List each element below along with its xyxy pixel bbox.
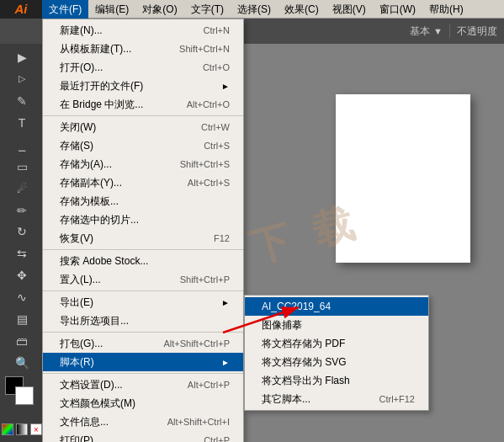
shape-tool[interactable]: ▭ <box>11 157 33 177</box>
menu-export-options[interactable]: 导出所选项目... <box>43 312 243 330</box>
divider-5 <box>43 373 243 374</box>
artboard <box>336 94 470 263</box>
menu-effect[interactable]: 效果(C) <box>278 0 326 19</box>
menu-new[interactable]: 新建(N)... Ctrl+N <box>43 21 243 40</box>
toolbar-separator <box>449 24 450 38</box>
none-mode-icon[interactable]: × <box>30 423 42 435</box>
menubar: Ai 文件(F) 编辑(E) 对象(O) 文字(T) 选择(S) 效果(C) 视… <box>0 0 504 19</box>
color-mode-icon[interactable] <box>2 423 13 435</box>
divider-2 <box>43 249 243 250</box>
scripts-submenu: AI_CC2019_64 图像捕摹 将文档存储为 PDF 将文档存储为 SVG … <box>244 295 429 411</box>
menu-saveas[interactable]: 存储为(A)... Shift+Ctrl+S <box>43 155 243 173</box>
submenu-image-capture[interactable]: 图像捕摹 <box>245 316 428 334</box>
submenu-save-pdf[interactable]: 将文档存储为 PDF <box>245 334 428 353</box>
menu-open[interactable]: 打开(O)... Ctrl+O <box>43 58 243 77</box>
menu-text[interactable]: 文字(T) <box>184 0 231 19</box>
select-tool[interactable]: ▶ <box>11 47 33 67</box>
menu-select[interactable]: 选择(S) <box>231 0 278 19</box>
workspace-label: 基本 <box>410 24 430 39</box>
paintbrush-tool[interactable]: ☄ <box>11 178 33 199</box>
menu-package[interactable]: 打包(G)... Alt+Shift+Ctrl+P <box>43 334 243 353</box>
gradient-mode-icon[interactable] <box>16 423 28 435</box>
app-brand: Ai <box>0 0 42 19</box>
menu-close[interactable]: 关闭(W) Ctrl+W <box>43 118 243 136</box>
divider-1 <box>43 115 243 116</box>
line-tool[interactable]: ⎯ <box>11 135 33 155</box>
menu-bridge[interactable]: 在 Bridge 中浏览... Alt+Ctrl+O <box>43 95 243 114</box>
rotate-tool[interactable]: ↻ <box>11 222 33 242</box>
submenu-other[interactable]: 其它脚本... Ctrl+F12 <box>245 390 428 408</box>
menu-object[interactable]: 对象(O) <box>135 0 183 19</box>
submenu-ai-cc[interactable]: AI_CC2019_64 <box>245 297 428 316</box>
pen-tool[interactable]: ✎ <box>11 91 33 111</box>
menu-savecopy[interactable]: 存储副本(Y)... Alt+Ctrl+S <box>43 173 243 192</box>
menu-recent[interactable]: 最近打开的文件(F) ► <box>43 77 243 95</box>
menu-place[interactable]: 置入(L)... Shift+Ctrl+P <box>43 270 243 289</box>
gradient-tool[interactable]: ▤ <box>11 309 33 329</box>
menu-save[interactable]: 存储(S) Ctrl+S <box>43 136 243 155</box>
warp-tool[interactable]: ∿ <box>11 287 33 307</box>
menu-color-mode[interactable]: 文档颜色模式(M) <box>43 394 243 413</box>
scale-tool[interactable]: ✥ <box>11 265 33 285</box>
menu-saveselected[interactable]: 存储选中的切片... <box>43 210 243 229</box>
menu-stock[interactable]: 搜索 Adobe Stock... <box>43 252 243 270</box>
menu-scripts[interactable]: 脚本(R) ► <box>43 353 243 371</box>
menu-help[interactable]: 帮助(H) <box>422 0 470 19</box>
menu-file-info[interactable]: 文件信息... Alt+Shift+Ctrl+I <box>43 413 243 431</box>
menu-savetemplate[interactable]: 存储为模板... <box>43 192 243 210</box>
file-dropdown-menu: 新建(N)... Ctrl+N 从模板新建(T)... Shift+Ctrl+N… <box>42 19 244 442</box>
menu-window[interactable]: 窗口(W) <box>373 0 422 19</box>
submenu-export-flash[interactable]: 将文档导出为 Flash <box>245 371 428 390</box>
eyedropper-tool[interactable]: 🗃 <box>11 331 33 351</box>
menu-print[interactable]: 打印(P)... Ctrl+P <box>43 431 243 442</box>
type-tool[interactable]: T <box>11 113 33 133</box>
divider-4 <box>43 332 243 333</box>
menu-export[interactable]: 导出(E) ► <box>43 293 243 312</box>
workspace-dropdown[interactable]: ▼ <box>433 26 443 36</box>
submenu-save-svg[interactable]: 将文档存储为 SVG <box>245 353 428 371</box>
mirror-tool[interactable]: ⇆ <box>11 243 33 264</box>
opacity-label: 不透明度 <box>457 24 497 39</box>
menu-doc-setup[interactable]: 文档设置(D)... Alt+Ctrl+P <box>43 375 243 394</box>
menu-edit[interactable]: 编辑(E) <box>88 0 135 19</box>
divider-3 <box>43 290 243 291</box>
menu-file[interactable]: 文件(F) <box>42 0 88 19</box>
toolbox: ▶ ▷ ✎ T ⎯ ▭ ☄ ✏ ↻ ⇆ ✥ ∿ ▤ 🗃 🔍 × <box>0 44 44 442</box>
background-swatch[interactable] <box>15 386 34 405</box>
menu-revert[interactable]: 恢复(V) F12 <box>43 229 243 248</box>
zoom-tool[interactable]: 🔍 <box>11 353 33 373</box>
menu-new-template[interactable]: 从模板新建(T)... Shift+Ctrl+N <box>43 40 243 58</box>
pencil-tool[interactable]: ✏ <box>11 200 33 221</box>
direct-select-tool[interactable]: ▷ <box>11 69 33 89</box>
menu-view[interactable]: 视图(V) <box>326 0 373 19</box>
